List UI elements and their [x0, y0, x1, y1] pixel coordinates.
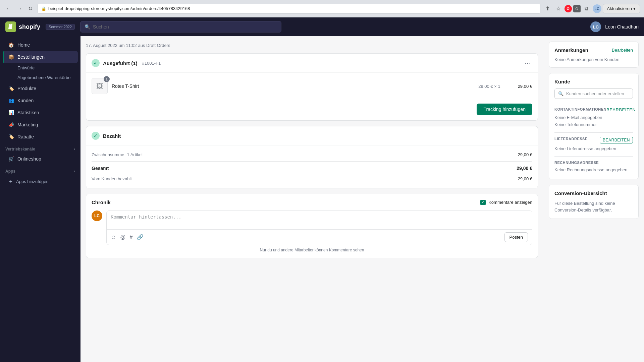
- sidebar-label-abgebrochene: Abgebrochene Warenkörbe: [17, 75, 71, 80]
- tracking-btn-wrapper: Tracking hinzufügen: [86, 100, 538, 120]
- emoji-icon[interactable]: ☺: [111, 234, 116, 240]
- lock-icon: 🔒: [41, 6, 46, 11]
- annotations-edit-button[interactable]: Bearbeiten: [612, 48, 633, 53]
- item-price-total: 29,00 €: [518, 84, 532, 89]
- more-options-button[interactable]: ⋯: [523, 59, 532, 67]
- marketing-icon: 📣: [8, 122, 14, 128]
- mention-icon[interactable]: @: [120, 234, 125, 240]
- window-icon[interactable]: ⧉: [582, 4, 591, 13]
- sidebar-item-produkte[interactable]: 🏷️ Produkte: [3, 82, 78, 95]
- shopify-logo-icon: [5, 21, 16, 32]
- dropdown-arrow-icon: ▾: [633, 6, 636, 11]
- forward-button[interactable]: →: [15, 4, 24, 13]
- sidebar-item-home[interactable]: 🏠 Home: [3, 39, 78, 51]
- orders-icon: 📦: [8, 54, 14, 60]
- hashtag-icon[interactable]: #: [130, 234, 133, 240]
- aktualisieren-button[interactable]: Aktualisieren ▾: [603, 4, 640, 13]
- sidebar-item-kunden[interactable]: 👥 Kunden: [3, 95, 78, 107]
- comments-toggle-label: Kommentare anzeigen: [488, 200, 532, 205]
- search-input[interactable]: [93, 24, 277, 29]
- customer-card-title: Kunde: [554, 79, 633, 84]
- annotations-title: Anmerkungen: [554, 47, 588, 53]
- fulfillment-card: ✓ Ausgeführt (1) #1001-F1 ⋯ 🖼 1: [86, 53, 538, 121]
- conversion-text: Für diese Bestellung sind keine Conversi…: [554, 200, 633, 213]
- customer-search-bar[interactable]: 🔍: [554, 88, 633, 99]
- sidebar: 🏠 Home 📦 Bestellungen Entwürfe Abgebroch…: [0, 36, 80, 362]
- fulfillment-title: Ausgeführt (1): [103, 60, 138, 66]
- sidebar-item-onlineshop[interactable]: 🛒 Onlineshop: [3, 153, 78, 165]
- sidebar-item-rabatte[interactable]: 🏷️ Rabatte: [3, 131, 78, 143]
- user-avatar: LC: [590, 21, 601, 32]
- paid-row: Vom Kunden bezahlt 29,00 €: [92, 175, 532, 183]
- total-row: Gesamt 29,00 €: [92, 161, 532, 172]
- content-area: 17. August 2022 um 11:02 aus Draft Order…: [80, 36, 644, 362]
- payment-section: Zwischensumme 1 Artikel 29,00 € Gesamt 2…: [86, 145, 538, 188]
- chronik-header: Chronik ✓ Kommentare anzeigen: [92, 199, 532, 205]
- add-apps-button[interactable]: ＋ Apps hinzufügen: [3, 175, 78, 188]
- vertriebskanale-label: Vertriebskanäle: [5, 147, 35, 152]
- sidebar-item-marketing[interactable]: 📣 Marketing: [3, 119, 78, 131]
- payment-card: ✓ Bezahlt Zwischensumme 1 Artikel 29,00 …: [86, 126, 538, 188]
- comment-box: ☺ @ # 🔗 Posten: [106, 210, 532, 245]
- item-quantity-badge: 1: [104, 76, 110, 82]
- comment-note: Nur du und andere Mitarbeiter können Kom…: [92, 248, 532, 252]
- no-billing-text: Keine Rechnungsadresse angegeben: [554, 167, 633, 174]
- search-bar[interactable]: 🔍: [80, 21, 281, 33]
- stats-icon: 📊: [8, 110, 14, 116]
- sidebar-label-home: Home: [17, 42, 30, 48]
- chronik-toggle[interactable]: ✓ Kommentare anzeigen: [480, 200, 532, 205]
- sidebar-item-statistiken[interactable]: 📊 Statistiken: [3, 107, 78, 119]
- sidebar-label-rabatte: Rabatte: [17, 134, 34, 139]
- link-icon[interactable]: 🔗: [137, 234, 144, 240]
- home-icon: 🏠: [8, 42, 14, 48]
- sidebar-label-entwerfe: Entwürfe: [17, 65, 35, 70]
- tracking-button[interactable]: Tracking hinzufügen: [477, 104, 532, 115]
- subtotal-row: Zwischensumme 1 Artikel 29,00 €: [92, 151, 532, 159]
- subtotal-items: 1 Artikel: [127, 152, 518, 157]
- conversion-title: Conversion-Übersicht: [554, 190, 633, 196]
- top-bar: shopify Sommer 2022 🔍 LC Leon Chaudhari: [0, 17, 644, 36]
- sidebar-item-bestellungen[interactable]: 📦 Bestellungen: [3, 51, 78, 63]
- apps-label: Apps: [5, 169, 15, 174]
- sidebar-item-abgebrochene[interactable]: Abgebrochene Warenkörbe: [3, 73, 78, 82]
- sidebar-item-entwerfe[interactable]: Entwürfe: [3, 63, 78, 73]
- no-shipping-text: Keine Lieferadresse angegeben: [554, 145, 633, 153]
- divider-3: [554, 156, 633, 157]
- opera-icon: O: [565, 5, 572, 12]
- post-button[interactable]: Posten: [504, 232, 528, 242]
- products-icon: 🏷️: [8, 85, 14, 92]
- customer-search-input[interactable]: [566, 91, 629, 96]
- shipping-edit-button[interactable]: Bearbeiten: [600, 137, 633, 143]
- billing-address-label: RECHNUNGSADRESSE: [554, 161, 633, 165]
- annotations-empty-text: Keine Anmerkungen vom Kunden: [554, 57, 633, 62]
- discount-icon: 🏷️: [8, 134, 14, 140]
- share-icon[interactable]: ⬆: [543, 4, 552, 13]
- sidebar-label-statistiken: Statistiken: [17, 110, 39, 115]
- comments-checkbox[interactable]: ✓: [480, 200, 486, 205]
- annotations-card-title: Anmerkungen Bearbeiten: [554, 47, 633, 53]
- back-button[interactable]: ←: [4, 4, 13, 13]
- shop-icon: 🛒: [8, 156, 14, 162]
- page-content: 17. August 2022 um 11:02 aus Draft Order…: [80, 36, 644, 263]
- contact-edit-button[interactable]: Bearbeiten: [606, 107, 636, 112]
- shopify-logo-text: shopify: [19, 23, 40, 31]
- customer-title: Kunde: [554, 79, 570, 84]
- browser-nav-buttons: ← → ↻: [4, 4, 35, 13]
- comment-input[interactable]: [107, 211, 532, 228]
- main-column: 17. August 2022 um 11:02 aus Draft Order…: [80, 36, 543, 263]
- summer-badge: Sommer 2022: [46, 24, 75, 30]
- chrome-user-avatar: LC: [593, 4, 601, 13]
- order-item: 🖼 1 Rotes T-Shirt 29,00 € × 1 29,00 €: [86, 73, 538, 100]
- user-name: Leon Chaudhari: [605, 24, 639, 29]
- conversion-card: Conversion-Übersicht Für diese Bestellun…: [549, 185, 639, 219]
- bookmark-icon[interactable]: ☆: [554, 4, 563, 13]
- address-bar[interactable]: 🔒 beispiel-dropshipping-store.myshopify.…: [38, 4, 540, 14]
- item-name: Rotes T-Shirt: [112, 83, 474, 89]
- payment-title: Bezahlt: [103, 133, 121, 139]
- shipping-address-label: LIEFERADRESSE Bearbeiten: [554, 137, 633, 143]
- main-layout: 🏠 Home 📦 Bestellungen Entwürfe Abgebroch…: [0, 36, 644, 362]
- subtotal-value: 29,00 €: [518, 152, 532, 157]
- reload-button[interactable]: ↻: [25, 4, 35, 13]
- fulfillment-order-id: #1001-F1: [142, 61, 161, 66]
- add-icon: ＋: [8, 178, 13, 185]
